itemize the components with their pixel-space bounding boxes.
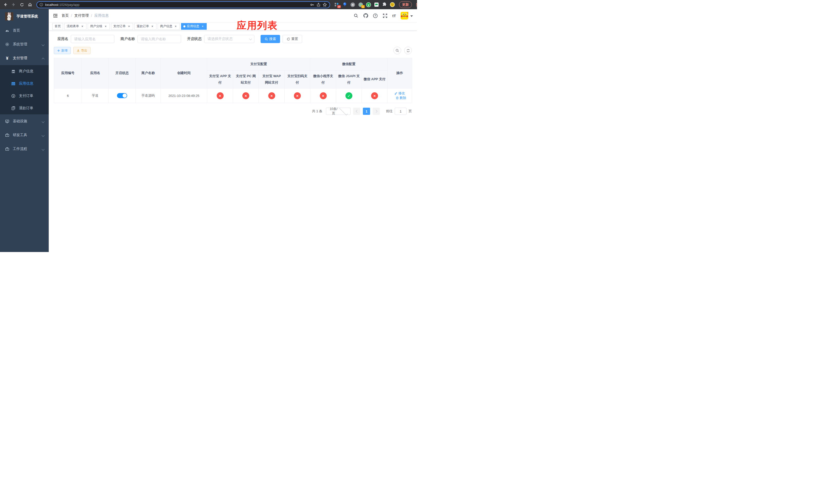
sidebar-item-label: 系统管理 [13,42,42,47]
github-icon[interactable] [363,13,368,18]
url-text: localhost:1024/pay/app [45,2,80,7]
monitor-chart-icon [5,119,9,123]
sidebar-item-infrastructure[interactable]: 基础设施 [0,114,49,128]
toggle-search-button[interactable] [393,47,401,54]
bookmark-star-icon[interactable] [323,3,327,7]
browser-forward-button[interactable] [10,1,17,8]
tab-process-form[interactable]: 流程表单× [64,23,86,30]
briefcase-icon [5,147,9,151]
sidebar-fold-icon[interactable] [53,13,58,18]
export-button-label: 导出 [81,48,87,53]
sidebar-item-label: 研发工具 [13,133,42,137]
edit-link[interactable]: 修改 [394,91,405,96]
sidebar-item-payment-orders[interactable]: ¥ 支付订单 [0,90,49,102]
goto-page-input[interactable] [395,108,407,115]
reload-icon [20,3,24,7]
site-info-icon[interactable] [40,3,43,6]
chevron-down-icon [42,120,45,122]
page-number-1[interactable]: 1 [363,108,370,115]
tab-app-info[interactable]: 应用信息× [181,23,207,30]
col-header-wechat-jsapi: 微信 JSAPI 支付 [336,70,362,88]
tab-home[interactable]: 首页 [52,23,63,30]
tab-label: 退款订单 [137,24,149,28]
tab-label: 支付订单 [113,24,126,28]
tab-refund-orders[interactable]: 退款订单× [134,23,156,30]
tab-user-group[interactable]: 用户分组× [88,23,110,30]
refresh-icon [406,49,410,52]
sidebar-item-payment[interactable]: ¥ 支付管理 [0,51,49,65]
extension-recorder-icon[interactable]: 1 [358,2,363,7]
next-page-button[interactable] [373,108,380,115]
browser-back-button[interactable] [2,1,9,8]
status-select[interactable]: 请选择开启状态 [204,35,255,43]
add-button[interactable]: 新增 [54,47,71,54]
status-label: 开启状态 [187,37,202,41]
help-icon[interactable]: ? [373,13,378,18]
extension-badge: 10 [337,5,341,8]
export-button[interactable]: 导出 [73,47,90,54]
prev-page-button[interactable] [353,108,360,115]
tab-close-icon[interactable]: × [201,25,204,28]
sidebar-item-refund-orders[interactable]: 退款订单 [0,102,49,114]
tab-close-icon[interactable]: × [127,25,131,28]
app-table: 应用编号 应用名 开启状态 商户名称 创建时间 支付宝配置 微信配置 操作 支付… [54,58,412,103]
tab-payment-orders[interactable]: 支付订单× [111,23,133,30]
share-icon[interactable] [316,3,321,7]
extension-sketch-icon[interactable]: 10 [334,2,339,7]
pagination-total: 共 1 条 [312,109,322,114]
chevron-left-icon [356,110,358,113]
page-size-select[interactable]: 10条/页 [326,108,351,115]
profile-avatar-emoji[interactable] [390,2,395,7]
y-ext-icon: y [366,2,371,7]
address-bar[interactable]: localhost:1024/pay/app [37,1,330,8]
tab-close-icon[interactable]: × [104,25,107,28]
extension-command-icon[interactable]: ⌘ [350,2,355,7]
extensions-puzzle-icon[interactable] [382,2,387,7]
sidebar-item-home[interactable]: 首页 [0,24,49,38]
breadcrumb-payment[interactable]: 支付管理 [74,13,89,18]
cell-actions: 修改 删除 [388,88,412,103]
browser-reload-button[interactable] [19,1,25,8]
tab-close-icon[interactable]: × [81,25,84,28]
caret-down-icon [410,15,413,17]
font-size-icon[interactable]: tT [392,14,396,18]
page-annotation-title: 应用列表 [237,19,278,32]
sidebar-item-workflow[interactable]: 工作流程 [0,142,49,156]
extension-y-icon[interactable]: y [366,2,371,7]
refresh-table-button[interactable] [404,47,412,54]
header-search-icon[interactable] [353,13,358,18]
col-header-alipay-pc: 支付宝 PC 网站支付 [233,70,259,88]
reset-button[interactable]: 重置 [283,35,302,43]
search-button[interactable]: 搜索 [261,35,280,43]
browser-home-button[interactable] [27,1,33,8]
chevron-down-icon [339,107,348,115]
tab-close-icon[interactable]: × [151,25,154,28]
alipay-wap-status-icon: × [268,92,275,99]
browser-update-button[interactable]: 更新 [399,1,412,8]
status-toggle[interactable] [117,93,127,98]
browser-toolbar: localhost:1024/pay/app 10 ⌘ 1 y [0,0,417,9]
merchant-name-input[interactable] [137,35,181,43]
password-key-icon[interactable] [310,3,314,7]
user-menu[interactable] [401,12,413,20]
extension-balloon-icon[interactable] [342,2,347,7]
sidebar-item-dev-tools[interactable]: 研发工具 [0,128,49,142]
tab-merchant-info[interactable]: 商户信息× [158,23,180,30]
sidebar-item-system[interactable]: 系统管理 [0,38,49,51]
plus-icon [57,49,60,52]
tab-close-icon[interactable]: × [174,25,177,28]
sidebar-item-app-info[interactable]: 应用信息 [0,77,49,90]
alipay-qr-status-icon: × [294,92,301,99]
table-row: 6 芋道 芋道源码 2021-10-23 08:49:25 × × × × × … [54,88,412,103]
cell-app-id: 6 [54,88,82,103]
extension-chat-icon[interactable] [374,2,379,7]
app-name-input[interactable] [71,35,114,43]
logo-rabbit-avatar [5,12,13,21]
fullscreen-icon[interactable] [382,13,388,18]
sidebar-item-merchant-info[interactable]: 商户信息 [0,65,49,77]
sidebar-logo[interactable]: 芋道管理系统 [0,9,49,24]
col-header-alipay-wap: 支付宝 WAP 网站支付 [259,70,285,88]
browser-menu-kebab-icon[interactable]: ⋮ [414,2,417,7]
delete-link[interactable]: 删除 [396,96,406,100]
breadcrumb-home[interactable]: 首页 [62,13,69,18]
